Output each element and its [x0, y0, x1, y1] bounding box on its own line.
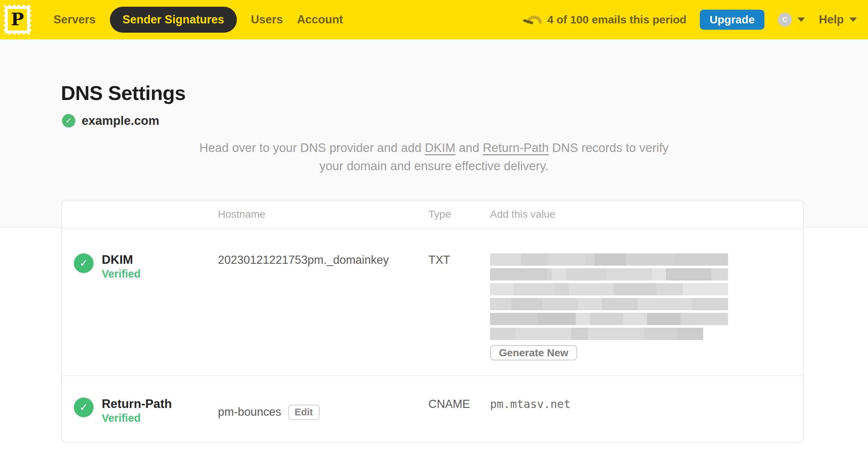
return-path-type: CNAME: [428, 397, 490, 427]
dkim-labels: DKIM Verified: [102, 253, 141, 280]
nav-item-sender-signatures[interactable]: Sender Signatures: [110, 7, 237, 33]
redacted-bar: [490, 298, 728, 310]
nav-item-account[interactable]: Account: [297, 13, 343, 26]
chevron-down-icon: [849, 17, 857, 22]
page-description: Head over to your DNS provider and add D…: [196, 139, 672, 175]
help-label: Help: [819, 13, 844, 26]
nav-item-servers[interactable]: Servers: [53, 13, 96, 26]
return-path-hostname-cell: pm-bounces Edit: [218, 397, 428, 427]
verified-check-icon: ✓: [74, 398, 94, 417]
account-menu[interactable]: C: [778, 13, 805, 27]
return-path-link[interactable]: Return-Path: [483, 141, 549, 155]
domain-row: ✓ example.com: [61, 113, 868, 129]
status-badge: Verified: [102, 412, 172, 424]
top-nav-bar: P Servers Sender Signatures Users Accoun…: [0, 0, 868, 39]
usage-meter: 4 of 100 emails this period: [525, 13, 686, 26]
chevron-down-icon: [797, 17, 805, 22]
return-path-labels: Return-Path Verified: [102, 397, 172, 424]
table-row-dkim: ✓ DKIM Verified 20230121221753pm._domain…: [62, 229, 803, 376]
header-type: Type: [428, 208, 490, 220]
redacted-bar: [490, 253, 728, 266]
postmark-logo[interactable]: P: [4, 5, 31, 35]
verified-check-icon: ✓: [74, 253, 94, 273]
dkim-hostname: 20230121221753pm._domainkey: [218, 253, 428, 360]
redacted-bar: [490, 328, 703, 340]
record-name: DKIM: [102, 253, 141, 267]
postmark-logo-letter: P: [8, 9, 27, 30]
redacted-bar: [490, 268, 728, 280]
return-path-hostname: pm-bounces: [218, 405, 281, 419]
primary-nav: Servers Sender Signatures Users Account: [53, 7, 357, 33]
dns-records-card: Hostname Type Add this value ✓ DKIM Veri…: [61, 200, 804, 443]
generate-new-button[interactable]: Generate New: [490, 345, 577, 360]
table-header-row: Hostname Type Add this value: [62, 201, 803, 229]
avatar[interactable]: C: [778, 13, 792, 27]
header-add-this-value: Add this value: [490, 208, 803, 220]
return-path-value: pm.mtasv.net: [490, 397, 803, 427]
page-title: DNS Settings: [61, 39, 868, 105]
nav-item-users[interactable]: Users: [251, 13, 283, 26]
header-hostname: Hostname: [218, 208, 428, 220]
upgrade-button[interactable]: Upgrade: [700, 10, 764, 30]
dkim-status-cell: ✓ DKIM Verified: [62, 253, 218, 360]
redacted-bar: [490, 313, 728, 325]
redacted-bar: [490, 283, 728, 295]
record-name: Return-Path: [102, 397, 172, 411]
help-menu[interactable]: Help: [819, 13, 857, 26]
dkim-value-cell: Generate New: [490, 253, 803, 360]
dkim-link[interactable]: DKIM: [425, 141, 456, 155]
check-icon: ✓: [61, 113, 77, 129]
verified-seal-icon: ✓: [61, 113, 77, 129]
domain-name: example.com: [82, 114, 159, 128]
return-path-status-cell: ✓ Return-Path Verified: [62, 397, 218, 427]
description-text: Head over to your DNS provider and add: [199, 141, 425, 155]
dns-settings-page: DNS Settings ✓ example.com Head over to …: [0, 39, 868, 454]
edit-button[interactable]: Edit: [288, 405, 320, 420]
redacted-dkim-value: [490, 253, 803, 340]
usage-text: 4 of 100 emails this period: [547, 13, 686, 26]
gauge-icon: [525, 15, 542, 25]
description-text: and: [456, 141, 483, 155]
status-badge: Verified: [102, 267, 141, 280]
dkim-type: TXT: [428, 253, 490, 360]
table-row-return-path: ✓ Return-Path Verified pm-bounces Edit C…: [62, 376, 803, 442]
